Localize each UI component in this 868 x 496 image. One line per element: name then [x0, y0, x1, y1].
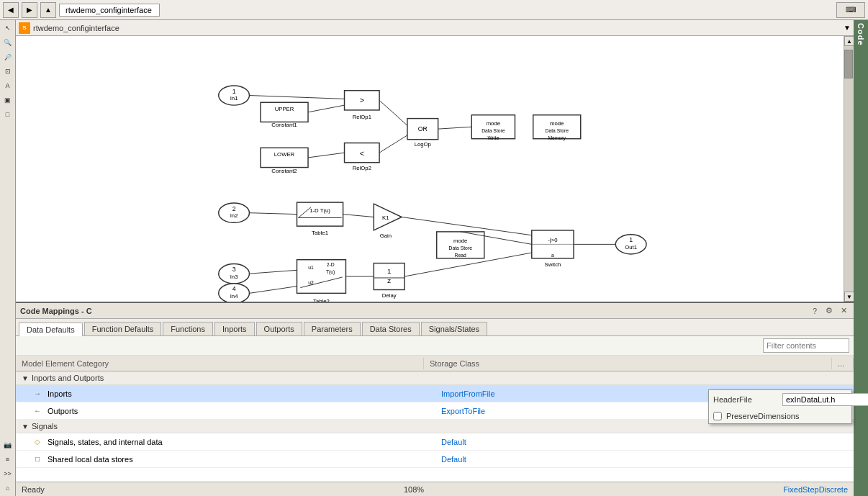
text-icon[interactable]: A — [1, 79, 14, 92]
tab-signals-states[interactable]: Signals/States — [421, 322, 487, 335]
svg-text:Delay: Delay — [382, 292, 397, 299]
svg-text:Memory: Memory — [548, 135, 566, 141]
svg-text:2-D: 2-D — [327, 262, 335, 267]
panel-header: Code Mappings - C ? ⚙ ✕ — [16, 303, 854, 319]
right-sidebar[interactable]: Code — [854, 20, 868, 496]
camera-icon[interactable]: 📷 — [1, 438, 14, 451]
properties-popup: HeaderFile PreserveDimensions — [708, 389, 852, 424]
svg-text:OR: OR — [418, 125, 428, 132]
keyboard-icon[interactable]: ⌨ — [836, 2, 865, 18]
svg-rect-55 — [297, 260, 346, 294]
svg-text:Constant1: Constant1 — [271, 122, 297, 128]
canvas-with-scroll: 1 In1 UPPER Constant1 > RelOp1 OR LogOp — [16, 36, 854, 302]
scroll-thumb[interactable] — [844, 50, 853, 78]
svg-text:Data Store: Data Store — [546, 128, 569, 133]
svg-line-72 — [438, 127, 472, 129]
row-shared-value[interactable]: Default — [435, 455, 832, 464]
svg-text:UPPER: UPPER — [275, 106, 294, 112]
section-label-1: Inports and Outports — [32, 374, 104, 382]
zoom-out-icon[interactable]: 🔎 — [1, 50, 14, 63]
col-header-extra[interactable]: ... — [832, 358, 854, 369]
block-icon[interactable]: □ — [1, 108, 14, 121]
tab-parameters[interactable]: Parameters — [304, 322, 361, 335]
svg-text:Table1: Table1 — [312, 230, 328, 236]
props-header-file-input[interactable] — [782, 393, 868, 406]
tab-functions[interactable]: Functions — [163, 322, 213, 335]
svg-text:Write: Write — [488, 135, 499, 140]
row-shared-name: Shared local data stores — [45, 455, 435, 464]
col-header-storage: Storage Class — [424, 358, 832, 369]
svg-rect-29 — [297, 202, 343, 226]
tab-inports[interactable]: Inports — [214, 322, 255, 335]
svg-text:3: 3 — [232, 266, 236, 273]
scroll-down-btn[interactable]: ▼ — [844, 292, 854, 302]
svg-text:Switch: Switch — [544, 261, 561, 268]
code-mappings-panel: Code Mappings - C ? ⚙ ✕ Data Defaults Fu… — [16, 302, 854, 482]
up-button[interactable]: ▲ — [40, 2, 56, 18]
section-toggle-1[interactable]: ▼ — [22, 374, 29, 382]
zoom-in-icon[interactable]: 🔍 — [1, 36, 14, 49]
settings-icon[interactable]: ⚙ — [823, 305, 835, 317]
section-toggle-2[interactable]: ▼ — [22, 423, 29, 430]
home-icon[interactable]: ⌂ — [1, 482, 14, 495]
help-icon[interactable]: ? — [809, 305, 820, 317]
col-header-model: Model Element Category — [16, 358, 424, 369]
close-icon[interactable]: ✕ — [838, 305, 849, 317]
select-tool-icon[interactable]: ↖ — [1, 22, 14, 35]
svg-text:LOWER: LOWER — [274, 151, 295, 158]
svg-text:mode: mode — [487, 120, 500, 127]
svg-text:<: < — [360, 149, 364, 158]
props-header-file-label: HeaderFile — [713, 395, 778, 404]
svg-text:K1: K1 — [382, 215, 389, 221]
row-shared-data-stores[interactable]: □ Shared local data stores Default — [16, 451, 854, 468]
signals-icon: ◇ — [30, 438, 45, 446]
panel-title: Code Mappings - C — [20, 307, 92, 315]
svg-text:mode: mode — [550, 120, 564, 127]
tab-data-defaults[interactable]: Data Defaults — [19, 323, 83, 336]
canvas-scrollbar[interactable]: ▲ ▼ — [844, 36, 854, 302]
svg-text:z: z — [387, 276, 391, 284]
svg-line-67 — [249, 96, 344, 99]
list-icon[interactable]: ≡ — [1, 453, 14, 466]
svg-text:1: 1 — [387, 267, 391, 275]
tab-outports[interactable]: Outports — [256, 322, 302, 335]
tab-data-stores[interactable]: Data Stores — [362, 322, 420, 335]
row-signals-value[interactable]: Default — [435, 438, 832, 446]
svg-text:LogOp: LogOp — [415, 141, 431, 148]
image-icon[interactable]: ▣ — [1, 94, 14, 107]
forward-button[interactable]: ▶ — [22, 2, 37, 18]
row-signals-internal[interactable]: ◇ Signals, states, and internal data Def… — [16, 433, 854, 451]
svg-line-78 — [249, 270, 297, 274]
fit-view-icon[interactable]: ⊡ — [1, 65, 14, 78]
simulink-logo: S — [19, 22, 30, 34]
svg-text:In3: In3 — [230, 274, 238, 280]
svg-line-68 — [308, 105, 344, 112]
inports-icon: → — [30, 389, 45, 397]
scroll-up-btn[interactable]: ▲ — [844, 36, 854, 46]
tabs-row: Data Defaults Function Defaults Function… — [16, 319, 854, 336]
back-button[interactable]: ◀ — [3, 2, 19, 18]
status-solver[interactable]: FixedStepDiscrete — [783, 485, 848, 494]
svg-text:Constant2: Constant2 — [271, 168, 297, 174]
svg-text:Read: Read — [455, 253, 466, 258]
tab-function-defaults[interactable]: Function Defaults — [84, 322, 162, 335]
svg-text:-|>0: -|>0 — [548, 237, 557, 243]
canvas-dropdown-icon[interactable]: ▼ — [844, 24, 851, 32]
status-zoom: 108% — [50, 485, 777, 494]
expand-icon[interactable]: >> — [1, 467, 14, 480]
outports-icon: ← — [30, 407, 45, 415]
svg-text:1: 1 — [629, 236, 633, 243]
props-preserve-dim-label: PreserveDimensions — [726, 412, 799, 420]
canvas-header: S rtwdemo_configinterface ▼ — [16, 20, 854, 36]
filter-input[interactable] — [763, 338, 849, 353]
simulink-canvas[interactable]: 1 In1 UPPER Constant1 > RelOp1 OR LogOp — [16, 36, 844, 302]
props-preserve-dim-checkbox[interactable] — [713, 412, 722, 420]
row-inports-name: Inports — [45, 389, 435, 398]
svg-line-71 — [379, 135, 407, 153]
canvas-title: rtwdemo_configinterface — [33, 24, 119, 32]
scroll-track[interactable] — [844, 46, 854, 292]
section-inports-outports[interactable]: ▼ Inports and Outports — [16, 371, 854, 385]
status-ready: Ready — [22, 485, 45, 494]
right-sidebar-label[interactable]: Code — [856, 23, 865, 46]
svg-line-73 — [249, 213, 297, 215]
